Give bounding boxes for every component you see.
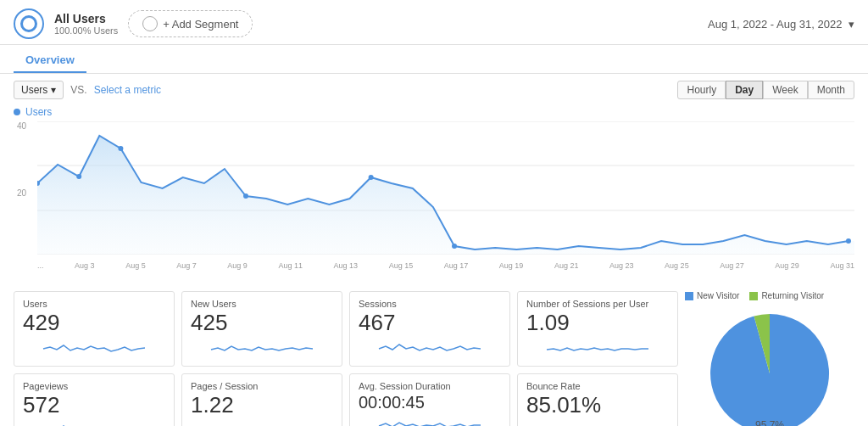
sparkline-sessions-per-user bbox=[526, 339, 669, 359]
time-period-buttons: Hourly Day Week Month bbox=[677, 81, 854, 99]
stat-card-sessions: Sessions 467 bbox=[349, 291, 510, 367]
metric-select-dropdown[interactable]: Users ▾ bbox=[14, 81, 64, 99]
stat-card-pageviews: Pageviews 572 bbox=[14, 373, 175, 426]
sparkline-pages-session bbox=[191, 420, 333, 426]
svg-marker-4 bbox=[37, 136, 854, 255]
stat-value-new-users: 425 bbox=[191, 311, 333, 335]
stats-section: Users 429 New Users 425 Sessions 467 Num… bbox=[0, 284, 868, 426]
month-button[interactable]: Month bbox=[808, 81, 854, 99]
legend-returning-visitor-label: Returning Visitor bbox=[761, 291, 824, 300]
sparkline-sessions bbox=[359, 339, 501, 359]
x-label-aug23: Aug 23 bbox=[609, 261, 634, 270]
stat-label-sessions-per-user: Number of Sessions per User bbox=[526, 299, 669, 309]
chart-legend-label: Users bbox=[25, 106, 52, 118]
x-label-aug31: Aug 31 bbox=[830, 261, 854, 270]
stat-label-bounce-rate: Bounce Rate bbox=[526, 381, 669, 391]
x-label-aug3: Aug 3 bbox=[75, 261, 95, 270]
stat-card-bounce-rate: Bounce Rate 85.01% bbox=[517, 373, 678, 426]
segment-circle-icon bbox=[20, 15, 37, 32]
stat-card-new-users: New Users 425 bbox=[181, 291, 342, 367]
y-label-20: 20 bbox=[17, 188, 26, 198]
select-metric-button[interactable]: Select a metric bbox=[94, 84, 161, 96]
pie-center-label: 95.7% bbox=[755, 419, 784, 426]
stat-value-pageviews: 572 bbox=[23, 393, 165, 418]
x-label-dots: ... bbox=[37, 261, 44, 270]
day-button[interactable]: Day bbox=[726, 81, 763, 99]
x-label-aug15: Aug 15 bbox=[389, 261, 414, 270]
chart-svg bbox=[37, 121, 854, 255]
svg-point-8 bbox=[243, 193, 248, 199]
stat-label-new-users: New Users bbox=[191, 299, 333, 309]
toolbar-left: Users ▾ VS. Select a metric bbox=[14, 81, 161, 99]
stat-label-sessions: Sessions bbox=[359, 299, 501, 309]
x-label-aug11: Aug 11 bbox=[278, 261, 303, 270]
legend-returning-visitor: Returning Visitor bbox=[749, 291, 824, 300]
x-label-aug27: Aug 27 bbox=[720, 261, 744, 270]
x-label-aug13: Aug 13 bbox=[334, 261, 359, 270]
chart-legend-dot bbox=[14, 109, 20, 115]
stat-value-users: 429 bbox=[23, 311, 165, 335]
x-label-aug17: Aug 17 bbox=[444, 261, 469, 270]
stats-grid: Users 429 New Users 425 Sessions 467 Num… bbox=[14, 291, 678, 426]
sparkline-users bbox=[23, 339, 165, 359]
svg-point-7 bbox=[118, 146, 123, 151]
legend-new-visitor-label: New Visitor bbox=[697, 291, 739, 300]
pie-legend: New Visitor Returning Visitor bbox=[685, 291, 824, 300]
stat-card-avg-session-duration: Avg. Session Duration 00:00:45 bbox=[349, 373, 510, 426]
chart-area: Users 40 20 bbox=[0, 106, 868, 284]
legend-returning-visitor-dot bbox=[749, 292, 758, 300]
metric-select-chevron-icon: ▾ bbox=[51, 84, 56, 96]
x-label-aug21: Aug 21 bbox=[554, 261, 579, 270]
date-range[interactable]: Aug 1, 2022 - Aug 31, 2022 ▾ bbox=[704, 18, 854, 31]
tab-overview[interactable]: Overview bbox=[14, 48, 86, 73]
week-button[interactable]: Week bbox=[763, 81, 807, 99]
x-label-aug9: Aug 9 bbox=[227, 261, 248, 270]
stat-card-sessions-per-user: Number of Sessions per User 1.09 bbox=[517, 291, 678, 367]
all-users-segment[interactable] bbox=[14, 8, 44, 39]
svg-point-9 bbox=[369, 175, 374, 180]
segment-subtitle: 100.00% Users bbox=[54, 25, 118, 36]
hourly-button[interactable]: Hourly bbox=[677, 81, 726, 99]
y-axis: 40 20 bbox=[14, 121, 30, 270]
pie-new-visitor-slice bbox=[710, 314, 829, 426]
x-axis-labels: ... Aug 3 Aug 5 Aug 7 Aug 9 Aug 11 Aug 1… bbox=[37, 261, 854, 270]
sparkline-pageviews bbox=[23, 420, 165, 426]
legend-new-visitor-dot bbox=[685, 292, 693, 300]
stat-value-avg-session-duration: 00:00:45 bbox=[359, 393, 501, 412]
chart-container: 40 20 bbox=[14, 121, 854, 270]
segment-left: All Users 100.00% Users + Add Segment bbox=[14, 8, 253, 39]
stat-value-bounce-rate: 85.01% bbox=[526, 393, 669, 418]
stat-card-users: Users 429 bbox=[14, 291, 175, 367]
stat-value-sessions-per-user: 1.09 bbox=[526, 311, 669, 335]
stat-label-users: Users bbox=[23, 299, 165, 309]
stat-value-pages-session: 1.22 bbox=[191, 393, 333, 418]
x-label-aug19: Aug 19 bbox=[499, 261, 524, 270]
pie-chart-svg: 95.7% bbox=[702, 305, 837, 426]
segment-info: All Users 100.00% Users bbox=[54, 12, 118, 36]
chart-svg-wrap bbox=[37, 121, 854, 255]
stat-label-avg-session-duration: Avg. Session Duration bbox=[359, 381, 501, 391]
add-segment-label: + Add Segment bbox=[163, 18, 238, 31]
x-label-aug25: Aug 25 bbox=[665, 261, 689, 270]
date-range-text: Aug 1, 2022 - Aug 31, 2022 bbox=[708, 18, 842, 31]
x-label-aug5: Aug 5 bbox=[125, 261, 146, 270]
x-label-aug29: Aug 29 bbox=[775, 261, 799, 270]
svg-point-11 bbox=[846, 238, 851, 244]
sparkline-avg-session-duration bbox=[359, 415, 501, 426]
header: All Users 100.00% Users + Add Segment Au… bbox=[0, 0, 868, 45]
sparkline-bounce-rate bbox=[526, 420, 669, 426]
sparkline-new-users bbox=[191, 339, 333, 359]
y-label-40: 40 bbox=[17, 121, 26, 131]
chart-toolbar: Users ▾ VS. Select a metric Hourly Day W… bbox=[0, 74, 868, 106]
date-range-chevron-icon: ▾ bbox=[849, 18, 854, 31]
metric-select-label: Users bbox=[21, 84, 47, 96]
legend-new-visitor: New Visitor bbox=[685, 291, 739, 300]
stat-label-pages-session: Pages / Session bbox=[191, 381, 333, 391]
x-label-aug7: Aug 7 bbox=[176, 261, 197, 270]
stat-card-pages-session: Pages / Session 1.22 bbox=[181, 373, 342, 426]
add-segment-button[interactable]: + Add Segment bbox=[128, 10, 253, 37]
svg-point-6 bbox=[76, 174, 81, 179]
stat-value-sessions: 467 bbox=[359, 311, 501, 335]
vs-label: VS. bbox=[70, 84, 86, 96]
stat-label-pageviews: Pageviews bbox=[23, 381, 165, 391]
